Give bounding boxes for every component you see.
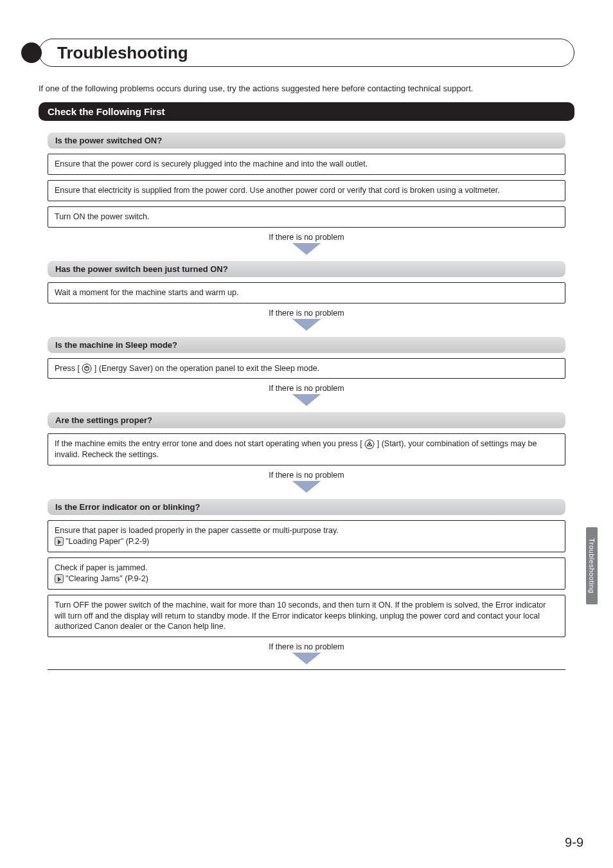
instruction-box: Turn ON the power switch. (48, 206, 565, 228)
instruction-box: Wait a moment for the machine starts and… (48, 282, 565, 303)
instruction-box: Ensure that paper is loaded properly in … (48, 520, 565, 552)
instruction-box: If the machine emits the entry error ton… (48, 433, 565, 466)
flow-label: If there is no problem (48, 642, 565, 651)
title-band: Troubleshooting (39, 39, 574, 67)
sub-heading: Is the machine in Sleep mode? (48, 337, 565, 353)
sub-heading: Has the power switch been just turned ON… (48, 261, 565, 277)
instruction-text: Check if paper is jammed. (55, 563, 148, 572)
sub-heading: Is the Error indicator on or blinking? (48, 499, 565, 515)
down-arrow-icon (48, 319, 565, 330)
instruction-box: Turn OFF the power switch of the machine… (48, 595, 565, 638)
reference-icon (55, 574, 64, 583)
side-tab-label: Troubleshooting (588, 538, 596, 593)
page-number: 9-9 (565, 835, 583, 850)
reference-text: "Clearing Jams" (P.9-2) (66, 574, 148, 583)
instruction-text: Wait a moment for the machine starts and… (55, 288, 238, 297)
reference-icon (55, 537, 64, 546)
instruction-box: Check if paper is jammed."Clearing Jams"… (48, 557, 565, 590)
sub-heading: Are the settings proper? (48, 412, 565, 428)
instruction-text: ] (Energy Saver) on the operation panel … (92, 364, 319, 373)
instruction-text: Turn OFF the power switch of the machine… (55, 601, 546, 631)
sub-heading: Is the power switched ON? (48, 132, 565, 149)
instruction-box: Ensure that electricity is supplied from… (48, 180, 565, 201)
down-arrow-icon (48, 394, 565, 406)
instruction-text: Ensure that the power cord is securely p… (55, 159, 368, 168)
section-heading: Check the Following First (39, 102, 574, 121)
flow-label: If there is no problem (48, 309, 565, 318)
down-arrow-icon (48, 481, 565, 493)
title-bullet-icon (21, 42, 42, 63)
start-icon (364, 439, 375, 449)
flow-label: If there is no problem (48, 384, 565, 393)
divider (48, 669, 565, 670)
instruction-text: If the machine emits the entry error ton… (55, 439, 364, 448)
energy-saver-icon (82, 363, 92, 374)
reference-text: "Loading Paper" (P.2-9) (66, 537, 149, 546)
intro-text: If one of the following problems occurs … (39, 84, 574, 93)
svg-point-5 (369, 443, 371, 445)
down-arrow-icon (48, 243, 565, 255)
instruction-box: Press [ ] (Energy Saver) on the operatio… (48, 358, 565, 379)
instruction-text: Press [ (55, 364, 82, 373)
instruction-box: Ensure that the power cord is securely p… (48, 154, 565, 175)
down-arrow-icon (48, 653, 565, 664)
instruction-text: Ensure that paper is loaded properly in … (55, 526, 339, 535)
instruction-text: Ensure that electricity is supplied from… (55, 186, 500, 195)
flow-label: If there is no problem (48, 471, 565, 480)
side-tab: Troubleshooting (586, 527, 598, 604)
page-title: Troubleshooting (57, 43, 188, 63)
instruction-text: Turn ON the power switch. (55, 212, 150, 221)
flow-label: If there is no problem (48, 233, 565, 242)
